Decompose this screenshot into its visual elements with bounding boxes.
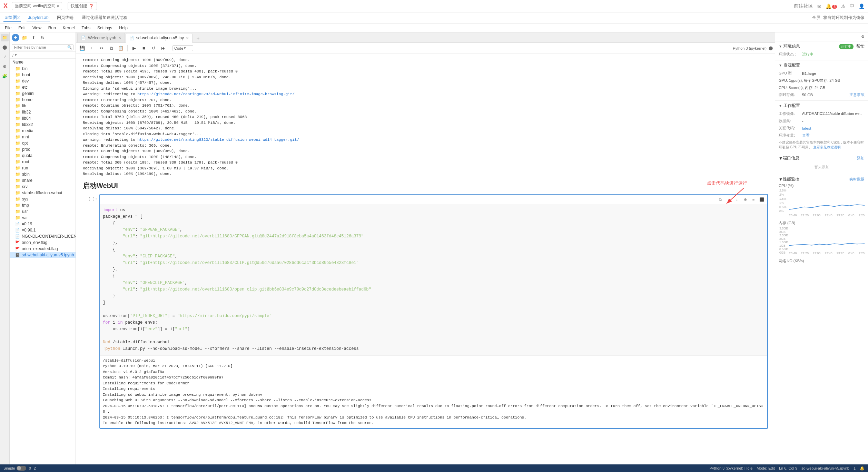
menu-view[interactable]: View: [29, 25, 45, 31]
notification-icon[interactable]: 🔔3: [826, 3, 837, 9]
upload-btn[interactable]: ⬆: [30, 34, 37, 41]
list-item[interactable]: 📄=0.19: [10, 221, 76, 227]
cell-type-selector[interactable]: Code ▾: [172, 45, 193, 51]
sidebar-files-icon[interactable]: 📁: [1, 34, 9, 41]
delete-cell-btn[interactable]: ≡: [750, 196, 757, 203]
tab-proxy[interactable]: 通过化理器加速激活过程: [80, 14, 129, 21]
tab-welcome[interactable]: 📄 Welcome.ipynb ✕: [77, 33, 125, 42]
list-item[interactable]: 📁sbin: [10, 171, 76, 177]
stop-btn[interactable]: ■: [140, 44, 148, 52]
save-btn[interactable]: 💾: [78, 44, 86, 52]
realtime-btn[interactable]: 实时数据: [849, 177, 865, 182]
list-item[interactable]: 📁srv: [10, 184, 76, 190]
list-item[interactable]: 📁tmp: [10, 202, 76, 208]
tab-add-btn[interactable]: +: [194, 34, 202, 42]
related-value[interactable]: latest: [802, 126, 811, 130]
message-icon[interactable]: ✉: [817, 3, 821, 9]
list-item[interactable]: 📁dev: [10, 78, 76, 84]
list-item[interactable]: 📁stable-diffusion-webui: [10, 190, 76, 196]
restart-run-btn[interactable]: ⏭: [159, 44, 167, 52]
more-options-btn[interactable]: ⬛: [758, 196, 765, 203]
alert-icon[interactable]: ⚠: [841, 3, 846, 9]
new-folder-btn[interactable]: 📁: [21, 34, 28, 41]
menu-edit[interactable]: Edit: [15, 25, 29, 31]
list-item[interactable]: 📁var: [10, 215, 76, 221]
cut-btn[interactable]: ✂: [97, 44, 106, 52]
work-config-header[interactable]: ▼ 工作配置: [779, 103, 865, 109]
file-dir-label[interactable]: / ▾: [10, 52, 76, 59]
sidebar-settings-icon[interactable]: ⚙: [1, 63, 9, 70]
warn-link[interactable]: 查看常见教程说明: [813, 145, 841, 149]
workspace-selector[interactable]: 当前空间 weilin的空间 ▾: [12, 2, 62, 10]
list-item-active[interactable]: 📓sd-webui-aki-aliyun-v5.ipynb: [10, 252, 76, 258]
move-down-btn[interactable]: ↓: [733, 196, 740, 203]
resource-header[interactable]: ▼ 资源配置: [779, 62, 865, 68]
menu-help[interactable]: Help: [116, 25, 131, 31]
port-add-btn[interactable]: 添加: [857, 156, 865, 161]
list-item[interactable]: 📁home: [10, 97, 76, 103]
snapshot-btn[interactable]: 将当前环境制作为镜像: [823, 15, 865, 21]
list-item[interactable]: 📁boot: [10, 72, 76, 78]
storage-link[interactable]: 注意事项: [849, 92, 865, 97]
list-item[interactable]: 📁lib32: [10, 109, 76, 115]
file-search-input[interactable]: [12, 44, 73, 50]
run-btn[interactable]: ▶: [130, 44, 138, 52]
env-info-header[interactable]: ▼ 环境信息 运行中 帮忙: [779, 43, 865, 49]
add-cell-btn[interactable]: +: [88, 44, 96, 52]
cell-body[interactable]: ⧉ ↑ ↓ ⊕ ≡ ⬛ import os package_envs = [ {…: [99, 194, 768, 429]
list-item[interactable]: 📄=0.90.1: [10, 227, 76, 233]
list-item[interactable]: 📁run: [10, 165, 76, 171]
user-avatar[interactable]: 👤: [859, 3, 865, 9]
list-item[interactable]: 📁media: [10, 128, 76, 134]
fullscreen-btn[interactable]: 全屏: [812, 15, 820, 21]
community-link[interactable]: 前往社区: [794, 3, 813, 9]
list-item[interactable]: 🚩orion_env.flag: [10, 239, 76, 246]
menu-run[interactable]: Run: [45, 25, 59, 31]
menu-file[interactable]: File: [1, 25, 15, 31]
sidebar-git-icon[interactable]: ⑂: [1, 53, 9, 61]
bell-icon[interactable]: 🔔: [860, 466, 865, 471]
gear-icon[interactable]: ⚙: [861, 35, 865, 39]
tab-sdwebui[interactable]: 📄 sd-webui-aki-aliyun-v5.ipy ✕: [126, 33, 193, 43]
tab-sdwebui-close-icon[interactable]: ✕: [186, 36, 189, 40]
tab-ai-drawing[interactable]: ai绘图2: [3, 14, 21, 22]
list-item[interactable]: 📁lib64: [10, 115, 76, 121]
file-tree-header[interactable]: Name ↑: [10, 59, 76, 66]
copy-cell-btn[interactable]: ⧉: [717, 196, 724, 203]
refresh-btn[interactable]: ↻: [39, 34, 46, 41]
list-item[interactable]: 📁quota: [10, 153, 76, 159]
list-item[interactable]: 📁sys: [10, 196, 76, 202]
tab-jupyterlab[interactable]: JupyterLab: [27, 14, 50, 21]
list-item[interactable]: 📄NGC-DL-CONTAINER-LICENSE: [10, 233, 76, 239]
list-item[interactable]: 📁share: [10, 177, 76, 184]
tab-welcome-close-icon[interactable]: ✕: [118, 36, 121, 40]
restart-btn[interactable]: ↺: [149, 44, 158, 52]
menu-settings[interactable]: Settings: [94, 25, 116, 31]
new-file-btn[interactable]: +: [12, 34, 19, 41]
menu-kernel[interactable]: Kernel: [59, 25, 78, 31]
list-item[interactable]: 📁lib: [10, 103, 76, 109]
paste-btn[interactable]: 📋: [117, 44, 125, 52]
list-item[interactable]: 📁opt: [10, 140, 76, 146]
tab-terminal[interactable]: 网页终端: [56, 14, 75, 21]
sidebar-extensions-icon[interactable]: 🧩: [1, 72, 9, 80]
list-item[interactable]: 📁gemini: [10, 90, 76, 97]
toggle-switch[interactable]: [17, 466, 26, 471]
list-item[interactable]: 📁bin: [10, 66, 76, 72]
list-item[interactable]: 🚩orion_executed.flag: [10, 246, 76, 252]
env-var-link[interactable]: 查看: [802, 133, 810, 138]
quick-create-btn[interactable]: 快速创建 ❓: [68, 2, 97, 10]
output-link-2[interactable]: https://gitcode.net/ranting8323/stable-d…: [137, 138, 299, 142]
env-confirm-btn[interactable]: 帮忙: [856, 43, 865, 49]
copy-btn[interactable]: ⧉: [107, 44, 115, 52]
list-item[interactable]: 📁mnt: [10, 134, 76, 140]
list-item[interactable]: 📁libx32: [10, 121, 76, 128]
list-item[interactable]: 📁etc: [10, 84, 76, 90]
list-item[interactable]: 📁usr: [10, 208, 76, 215]
move-up-btn[interactable]: ↑: [725, 196, 732, 203]
list-item[interactable]: 📁root: [10, 159, 76, 165]
output-link[interactable]: https://gitcode.net/ranting8323/sd-webui…: [137, 92, 294, 96]
lang-zh[interactable]: 中: [850, 3, 855, 9]
cell-code[interactable]: import os package_envs = [ { "env": "GFP…: [100, 204, 767, 355]
menu-tabs[interactable]: Tabs: [78, 25, 94, 31]
